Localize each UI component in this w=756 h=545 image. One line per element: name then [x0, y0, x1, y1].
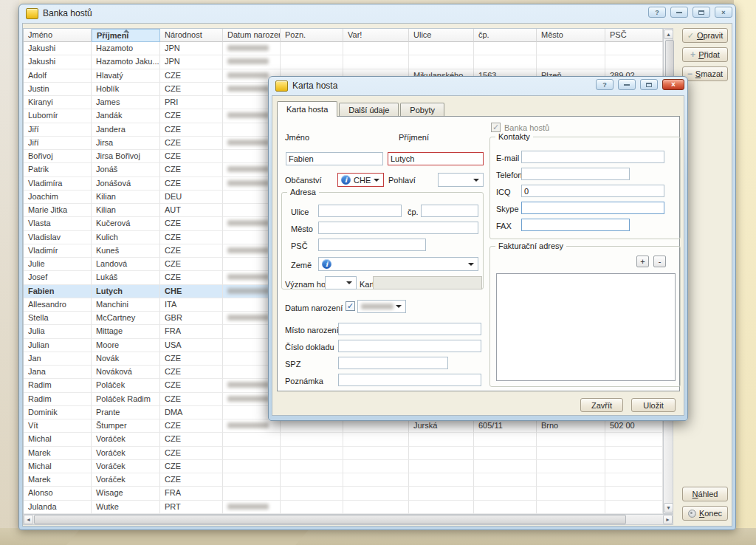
- close-button[interactable]: ×: [715, 7, 732, 18]
- table-row[interactable]: JakushiHazamotoJPN: [24, 42, 663, 55]
- scroll-right-button[interactable]: ►: [663, 515, 673, 524]
- cislo-dokladu-input[interactable]: [338, 340, 481, 352]
- main-titlebar[interactable]: Banka hostů: [19, 4, 735, 22]
- dialog-close-button[interactable]: ×: [662, 79, 684, 90]
- fax-input[interactable]: [521, 219, 630, 231]
- minimize-button[interactable]: [670, 7, 688, 18]
- column-header-cp[interactable]: čp.: [474, 29, 537, 42]
- redacted-date: [227, 247, 269, 253]
- ulice-input[interactable]: [318, 205, 402, 217]
- prijmeni-input[interactable]: [388, 152, 484, 165]
- jmeno-input[interactable]: [286, 152, 383, 165]
- skype-input[interactable]: [521, 202, 664, 214]
- remove-address-button[interactable]: -: [653, 256, 666, 267]
- icq-input[interactable]: [521, 185, 664, 197]
- kontakty-legend: Kontakty: [495, 132, 533, 141]
- datum-narozeni-checkbox[interactable]: ✓: [346, 301, 355, 311]
- spz-input[interactable]: [338, 357, 448, 369]
- zeme-select[interactable]: i: [318, 257, 478, 271]
- table-row[interactable]: JulandaWutkePRT: [24, 501, 663, 514]
- table-row[interactable]: MichalVoráčekCZE: [24, 433, 663, 446]
- maximize-button[interactable]: [693, 7, 710, 18]
- nahled-button[interactable]: Náhled: [682, 487, 728, 501]
- smazat-button[interactable]: −Smazat: [682, 66, 728, 81]
- cell-jmeno: Vladimíra: [24, 177, 92, 191]
- maximize-icon: [646, 83, 652, 87]
- cell-jmeno: Stella: [24, 312, 92, 325]
- cell-cp: [474, 487, 537, 500]
- dialog-minimize-button[interactable]: [618, 79, 636, 90]
- column-header-mesto[interactable]: Město: [537, 29, 605, 42]
- misto-narozeni-input[interactable]: [338, 323, 481, 335]
- cell-prijmeni: Poláček: [92, 379, 160, 392]
- column-header-prijmeni[interactable]: Příjmení: [92, 29, 160, 42]
- cell-dob: [223, 433, 281, 446]
- table-row[interactable]: JakushiHazamoto Jaku...JPN: [24, 55, 663, 69]
- column-header-var[interactable]: Var!: [343, 29, 409, 42]
- poznamka-input[interactable]: [338, 374, 481, 386]
- addresses-listbox[interactable]: [496, 273, 676, 381]
- column-header-ulice[interactable]: Ulice: [409, 29, 474, 42]
- mesto-input[interactable]: [318, 222, 478, 234]
- column-header-psc[interactable]: PSČ: [605, 29, 663, 42]
- column-header-narodnost[interactable]: Národnost: [160, 29, 223, 42]
- dialog-window-controls: ? ×: [596, 79, 684, 90]
- zavrit-button[interactable]: Zavřít: [580, 398, 623, 412]
- dialog-help-button[interactable]: ?: [596, 79, 614, 90]
- column-header-dob[interactable]: Datum narozen: [223, 29, 281, 42]
- cell-prijmeni: Voráček: [92, 460, 160, 473]
- cell-jmeno: Marek: [24, 473, 92, 487]
- redacted-date: [227, 180, 269, 186]
- horizontal-scroll-thumb[interactable]: [34, 515, 626, 524]
- pohlavi-select[interactable]: [438, 173, 484, 187]
- konec-button[interactable]: Konec: [682, 506, 728, 521]
- scroll-down-button[interactable]: ▼: [664, 503, 673, 513]
- cell-prijmeni: Jandák: [92, 109, 160, 123]
- tab-karta-hosta[interactable]: Karta hosta: [277, 101, 337, 117]
- tab-dalsi-udaje[interactable]: Další údaje: [339, 103, 399, 117]
- dialog-app-icon: [275, 80, 288, 92]
- column-header-jmeno[interactable]: Jméno: [24, 29, 92, 42]
- pridat-button[interactable]: +Přidat: [682, 47, 728, 62]
- telefon-input[interactable]: [521, 168, 630, 180]
- scroll-left-button[interactable]: ◄: [24, 515, 33, 524]
- cell-narodnost: CZE: [160, 69, 223, 83]
- scroll-up-button[interactable]: ▲: [664, 30, 673, 39]
- cell-psc: [605, 460, 663, 473]
- redacted-date: [227, 274, 269, 280]
- cell-prijmeni: Kilian: [92, 191, 160, 204]
- column-label: Město: [541, 30, 563, 39]
- add-address-button[interactable]: +: [636, 256, 649, 267]
- ulozit-button[interactable]: Uložit: [631, 398, 676, 412]
- tab-pobyty[interactable]: Pobyty: [400, 103, 444, 117]
- dialog-maximize-button[interactable]: [640, 79, 658, 90]
- table-row[interactable]: AlonsoWisageFRA: [24, 487, 663, 500]
- spz-label: SPZ: [285, 360, 300, 369]
- cell-prijmeni: Moore: [92, 339, 160, 352]
- column-label: Datum narozen: [227, 30, 281, 39]
- table-row[interactable]: MarekVoráčekCZE: [24, 447, 663, 460]
- cell-prijmeni: Kulich: [92, 231, 160, 244]
- table-row[interactable]: MarekVoráčekCZE: [24, 473, 663, 487]
- cell-mesto: [537, 55, 605, 69]
- table-horizontal-scrollbar[interactable]: ◄ ►: [23, 514, 673, 525]
- adresa-group: Adresa Ulice čp. Město PSČ Země i: [281, 192, 484, 289]
- table-row[interactable]: MichalVoráčekCZE: [24, 460, 663, 473]
- cell-prijmeni: Kučerová: [92, 217, 160, 230]
- email-input[interactable]: [521, 151, 664, 163]
- cell-narodnost: FRA: [160, 325, 223, 338]
- datum-narozeni-select[interactable]: [357, 300, 406, 313]
- help-button[interactable]: ?: [648, 7, 666, 18]
- cell-prijmeni: Jirsa Bořivoj: [92, 150, 160, 163]
- table-row[interactable]: VítŠtumperCZEJurská605/11Brno502 00: [24, 419, 663, 433]
- opravit-button[interactable]: ✓Opravit: [682, 28, 728, 43]
- cp-input[interactable]: [421, 205, 478, 217]
- vyznam-hosta-select[interactable]: [325, 276, 357, 289]
- arrow-right-icon: ►: [665, 517, 670, 522]
- psc-input[interactable]: [318, 239, 426, 251]
- cell-dob: [223, 42, 281, 55]
- obcanstvi-select[interactable]: i CHE: [337, 173, 384, 187]
- cell-prijmeni: Kuneš: [92, 244, 160, 258]
- cell-prijmeni: Hazamoto Jaku...: [92, 55, 160, 69]
- column-header-pozn[interactable]: Pozn.: [281, 29, 343, 42]
